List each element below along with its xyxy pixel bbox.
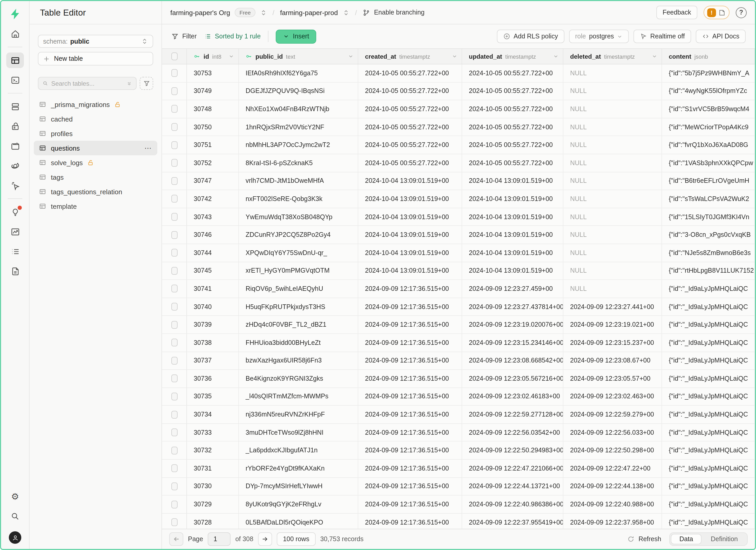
cell-deleted_at[interactable]: 2024-09-09 12:22:44.138+00 [563,478,662,495]
cell-deleted_at[interactable]: NULL [563,154,662,172]
page-number-input[interactable] [208,532,231,546]
rows-per-page-button[interactable]: 100 rows [277,532,315,546]
previous-page-button[interactable] [169,532,183,546]
cell-id[interactable]: 30736 [187,370,239,387]
cell-content[interactable]: {"id":"_Id9aLyJpMHQLaiQC [662,424,755,441]
cell-content[interactable]: {"id":"15LSIyT0JGMf3KI4Vn [662,208,755,226]
cell-id[interactable]: 30741 [187,280,239,297]
cell-updated_at[interactable]: 2024-09-09 12:23:27.459+00 [462,280,563,297]
cell-created_at[interactable]: 2024-10-04 13:09:01.519+00 [358,172,462,190]
cell-public_id[interactable]: YwEmuWdqT38XoSB048QYp [239,208,358,226]
cell-public_id[interactable]: bzwXazHgax6UIR58j6Fn3 [239,352,358,369]
cell-deleted_at[interactable]: NULL [563,280,662,297]
cell-deleted_at[interactable]: NULL [563,136,662,154]
row-checkbox[interactable] [171,141,177,149]
row-checkbox[interactable] [171,321,177,328]
cell-id[interactable]: 30750 [187,118,239,136]
cell-public_id[interactable]: nj336mN5reuRVNZrKHFpF [239,406,358,423]
cell-content[interactable]: {"id":"rtHbLpgB8V11LUK7152 [662,262,755,279]
sidebar-table-profiles[interactable]: profiles [34,126,157,141]
rail-settings-icon[interactable]: ⚙ [6,489,24,504]
cell-created_at[interactable]: 2024-09-09 12:17:36.515+00 [358,298,462,315]
cell-id[interactable]: 30749 [187,82,239,100]
cell-updated_at[interactable]: 2024-10-04 13:09:01.519+00 [462,244,563,261]
column-header-updated_at[interactable]: updated_attimestamptz [462,49,563,64]
cell-created_at[interactable]: 2024-09-09 12:17:36.515+00 [358,496,462,513]
cell-created_at[interactable]: 2024-09-09 12:17:36.515+00 [358,442,462,459]
cell-updated_at[interactable]: 2024-09-09 12:22:56.03542+00 [462,424,563,441]
cell-content[interactable]: {"id":"4wyNgK55lOfrpmYZc [662,82,755,100]
cell-id[interactable]: 30745 [187,262,239,279]
cell-content[interactable]: {"id":"_Id9aLyJpMHQLaiQC [662,406,755,423]
cell-id[interactable]: 30734 [187,406,239,423]
rail-sql-editor-icon[interactable] [6,72,24,88]
cell-public_id[interactable]: NhXEo1Xw04FnB4RzWTNjb [239,100,358,118]
rail-reports-icon[interactable] [6,224,24,239]
column-header-public_id[interactable]: public_idtext [239,49,358,64]
cell-public_id[interactable]: zHDq4c0F0VBF_TL2_dBZ1 [239,316,358,333]
cell-public_id[interactable]: 8yUKotr9qGYjK2eFRhgLv [239,496,358,513]
row-checkbox[interactable] [171,285,177,293]
cell-created_at[interactable]: 2024-10-05 00:55:27.722+00 [358,136,462,154]
realtime-toggle-button[interactable]: Realtime off [634,30,691,43]
cell-public_id[interactable]: 8KraI-tSI-6-pSZcknaK5 [239,154,358,172]
rail-api-docs-icon[interactable] [6,263,24,279]
rail-home-icon[interactable] [6,26,24,42]
cell-public_id[interactable]: IEfA0sRh9hIXf62Y6ga75 [239,64,358,82]
cell-content[interactable]: {"id":"_Id9aLyJpMHQLaiQC [662,442,755,459]
cell-created_at[interactable]: 2024-09-09 12:17:36.515+00 [358,406,462,423]
cell-updated_at[interactable]: 2024-09-09 12:22:44.13721+00 [462,478,563,495]
supabase-logo[interactable] [6,6,24,22]
cell-updated_at[interactable]: 2024-09-09 12:23:02.46183+00 [462,388,563,405]
sidebar-table-_prisma_migrations[interactable]: _prisma_migrations [34,97,157,112]
cell-updated_at[interactable]: 2024-10-05 00:55:27.722+00 [462,136,563,154]
cell-id[interactable]: 30743 [187,208,239,226]
cell-deleted_at[interactable]: 2024-09-09 12:22:56.033+00 [563,424,662,441]
cell-updated_at[interactable]: 2024-10-05 00:55:27.722+00 [462,100,563,118]
cell-updated_at[interactable]: 2024-09-09 12:22:50.294983+00 [462,442,563,459]
table-menu-icon[interactable]: ⋯ [144,145,152,151]
cell-deleted_at[interactable]: 2024-09-09 12:23:02.463+00 [563,388,662,405]
row-checkbox[interactable] [171,500,177,508]
cell-id[interactable]: 30751 [187,136,239,154]
cell-deleted_at[interactable]: 2024-09-09 12:23:08.67+00 [563,352,662,369]
cell-created_at[interactable]: 2024-10-04 13:09:01.519+00 [358,226,462,244]
cell-deleted_at[interactable]: 2024-09-09 12:22:37.958+00 [563,514,662,529]
refresh-button[interactable]: Refresh [627,535,661,543]
rail-realtime-icon[interactable] [6,178,24,193]
cell-created_at[interactable]: 2024-09-09 12:17:36.515+00 [358,478,462,495]
row-checkbox[interactable] [171,339,177,346]
cell-created_at[interactable]: 2024-09-09 12:17:36.515+00 [358,316,462,333]
rail-table-editor-icon[interactable] [6,52,24,68]
cell-content[interactable]: {"id":"_Id9aLyJpMHQLaiQC [662,280,755,297]
cell-updated_at[interactable]: 2024-10-04 13:09:01.519+00 [462,208,563,226]
feedback-button[interactable]: Feedback [656,6,697,19]
row-checkbox[interactable] [171,249,177,257]
cell-id[interactable]: 30732 [187,442,239,459]
row-checkbox[interactable] [171,177,177,185]
column-header-id[interactable]: idint8 [187,49,239,64]
cell-deleted_at[interactable]: 2024-09-09 12:22:50.298+00 [563,442,662,459]
help-button[interactable]: ? [736,7,747,18]
cell-content[interactable]: {"id":"_Id9aLyJpMHQLaiQC [662,496,755,513]
cell-created_at[interactable]: 2024-09-09 12:17:36.515+00 [358,280,462,297]
row-checkbox[interactable] [171,267,177,275]
cell-public_id[interactable]: nxFT002lSeRE-Qobg3K3k [239,190,358,207]
cell-public_id[interactable]: XPQwDIqY6Y75SwDnU-qr_ [239,244,358,261]
row-checkbox[interactable] [171,231,177,239]
row-checkbox[interactable] [171,465,177,472]
cell-deleted_at[interactable]: 2024-09-09 12:22:40.988+00 [563,496,662,513]
cell-updated_at[interactable]: 2024-09-09 12:23:15.234146+00 [462,334,563,351]
cell-id[interactable]: 30733 [187,424,239,441]
cell-created_at[interactable]: 2024-10-05 00:55:27.722+00 [358,64,462,82]
row-checkbox[interactable] [171,393,177,400]
cell-content[interactable]: {"id":"_Id9aLyJpMHQLaiQC [662,334,755,351]
cell-deleted_at[interactable]: NULL [563,190,662,207]
cell-content[interactable]: {"id":"3-O8cn_xPgs0cVxqKB [662,226,755,244]
cell-updated_at[interactable]: 2024-09-09 12:22:37.955419+00 [462,514,563,529]
cell-id[interactable]: 30728 [187,514,239,529]
cell-content[interactable]: {"id":"_Id9aLyJpMHQLaiQC [662,478,755,495]
sidebar-table-tags[interactable]: tags [34,170,157,184]
rail-advisors-icon[interactable] [6,204,24,220]
cell-deleted_at[interactable]: 2024-09-09 12:23:19.021+00 [563,316,662,333]
